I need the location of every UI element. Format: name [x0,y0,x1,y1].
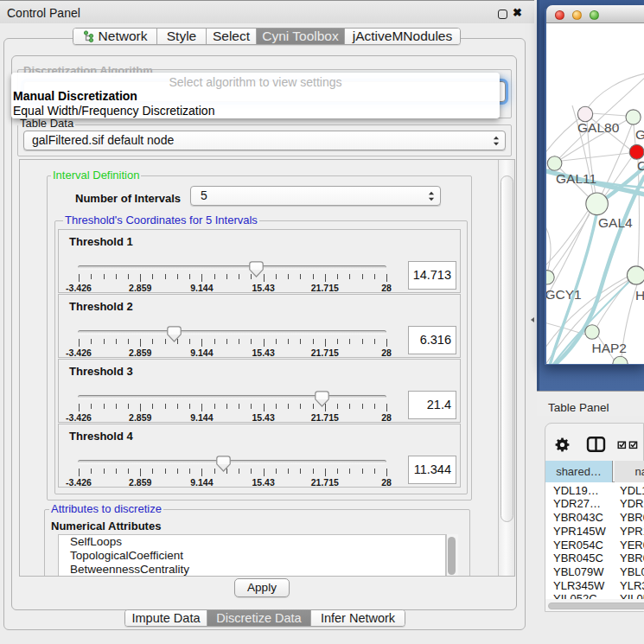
svg-text:H: H [635,288,644,303]
svg-text:GAL4: GAL4 [598,215,633,230]
svg-text:HAP2: HAP2 [592,341,628,355]
svg-text:GAL80: GAL80 [577,120,620,135]
svg-text:GAL: GAL [635,127,644,142]
svg-text:C: C [637,158,644,173]
svg-text:GCY1: GCY1 [546,287,582,302]
svg-text:GAL11: GAL11 [556,171,596,186]
